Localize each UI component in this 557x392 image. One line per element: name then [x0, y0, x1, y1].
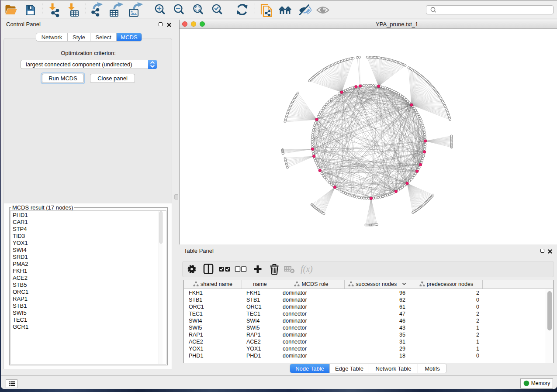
svg-text:f(x): f(x)	[301, 264, 313, 274]
